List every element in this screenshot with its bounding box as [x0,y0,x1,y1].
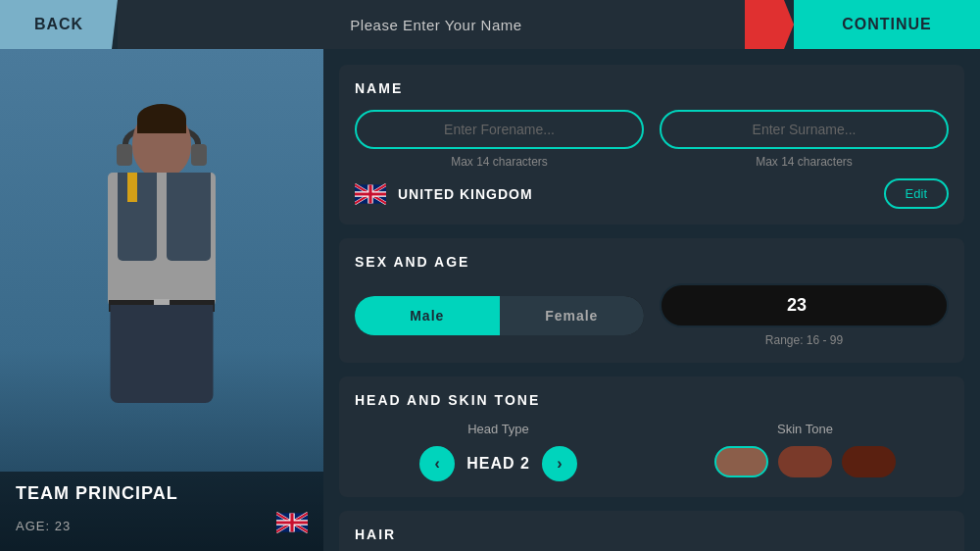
left-panel: TEAM PRINCIPAL AGE: 23 [0,49,323,551]
surname-wrap: Max 14 characters [660,110,949,169]
nationality-flag-icon [355,183,386,205]
age-label: AGE: 23 [16,519,71,533]
character-head [132,109,191,177]
flag-icon [276,512,308,539]
character-pants [111,305,214,403]
age-flag-row: AGE: 23 [16,512,308,539]
head-prev-button[interactable]: ‹ [419,446,455,481]
head-skin-title: HEAD AND SKIN TONE [355,392,949,408]
sex-age-section: SEX AND AGE Male Female Range: 16 - 99 [339,238,964,363]
head-skin-row: Head Type ‹ HEAD 2 › Skin Tone [355,422,949,481]
main-content: TEAM PRINCIPAL AGE: 23 [0,49,980,551]
red-arrow-decoration [745,0,794,49]
top-bar: BACK Please Enter Your Name CONTINUE [0,0,980,49]
character-info: TEAM PRINCIPAL AGE: 23 [0,472,323,551]
continue-button[interactable]: CONTINUE [794,0,980,49]
nationality-label: UNITED KINGDOM [398,186,872,202]
head-value-label: HEAD 2 [466,455,530,473]
skin-swatches [714,446,896,477]
head-next-button[interactable]: › [542,446,577,481]
role-label: TEAM PRINCIPAL [16,483,308,504]
forename-max-chars: Max 14 characters [451,155,548,169]
right-panel: NAME Max 14 characters Max 14 characters [323,49,980,551]
head-skin-section: HEAD AND SKIN TONE Head Type ‹ HEAD 2 › … [339,376,964,497]
nationality-row: UNITED KINGDOM Edit [355,178,949,209]
edit-nationality-button[interactable]: Edit [884,178,949,209]
sex-toggle: Male Female [355,296,644,335]
female-button[interactable]: Female [500,296,645,335]
sex-age-row: Male Female Range: 16 - 99 [355,283,949,347]
sex-age-title: SEX AND AGE [355,254,949,270]
surname-input[interactable] [660,110,949,149]
skin-tone-label: Skin Tone [777,422,833,436]
name-bar-text: Please Enter Your Name [350,17,521,33]
character-figure [64,109,260,423]
age-section: Range: 16 - 99 [660,283,949,347]
hair-title: HAIR [355,526,949,542]
skin-swatch-1[interactable] [778,446,832,477]
hair-section: HAIR [339,511,964,551]
age-input[interactable] [660,283,949,327]
age-range-label: Range: 16 - 99 [765,333,843,347]
skin-tone-section: Skin Tone [662,422,949,481]
back-button[interactable]: BACK [0,0,118,49]
name-bar: Please Enter Your Name [118,0,755,49]
forename-wrap: Max 14 characters [355,110,644,169]
character-preview [0,49,323,472]
skin-swatch-0[interactable] [714,446,768,477]
character-collar [127,173,137,202]
name-section-title: NAME [355,80,949,96]
skin-swatch-2[interactable] [842,446,896,477]
surname-max-chars: Max 14 characters [756,155,853,169]
forename-input[interactable] [355,110,644,149]
head-selector: ‹ HEAD 2 › [355,446,642,481]
head-type-label: Head Type [467,422,529,436]
head-type-section: Head Type ‹ HEAD 2 › [355,422,642,481]
male-button[interactable]: Male [355,296,500,335]
name-inputs-row: Max 14 characters Max 14 characters [355,110,949,169]
name-section: NAME Max 14 characters Max 14 characters [339,65,964,225]
character-body [108,173,216,310]
